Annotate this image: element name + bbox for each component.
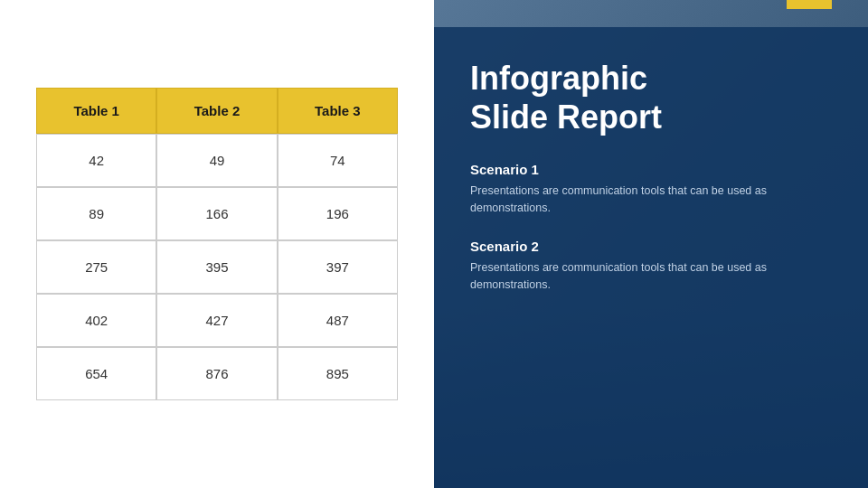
table-row: 89 [36,187,156,240]
table-row: 876 [156,347,277,400]
scenario1-text: Presentations are communication tools th… [470,183,832,217]
table-row: 397 [278,240,398,294]
table-row: 895 [278,347,398,400]
table-row: 487 [278,294,398,347]
table-row: 402 [36,294,156,347]
table-header-2: Table 2 [156,88,277,134]
table-row: 196 [278,187,398,240]
data-table: Table 1 Table 2 Table 3 42 49 74 89 166 … [36,88,398,400]
scenario2-title: Scenario 2 [470,239,832,254]
table-row: 654 [36,347,156,400]
table-header-3: Table 3 [278,88,398,134]
scenario2-text: Presentations are communication tools th… [470,259,832,294]
right-panel: InfographicSlide Report Scenario 1 Prese… [434,0,868,488]
main-title: InfographicSlide Report [470,59,832,136]
table-row: 427 [156,294,277,347]
table-row: 166 [156,187,277,240]
table-header-1: Table 1 [36,88,156,134]
yellow-accent-bar [787,0,832,9]
content-overlay: InfographicSlide Report Scenario 1 Prese… [434,27,868,488]
table-row: 49 [156,134,277,187]
table-row: 275 [36,240,156,294]
left-panel: Table 1 Table 2 Table 3 42 49 74 89 166 … [0,0,434,488]
table-grid: Table 1 Table 2 Table 3 42 49 74 89 166 … [36,88,398,400]
table-row: 42 [36,134,156,187]
scenario1-title: Scenario 1 [470,162,832,177]
table-row: 395 [156,240,277,294]
table-row: 74 [278,134,398,187]
